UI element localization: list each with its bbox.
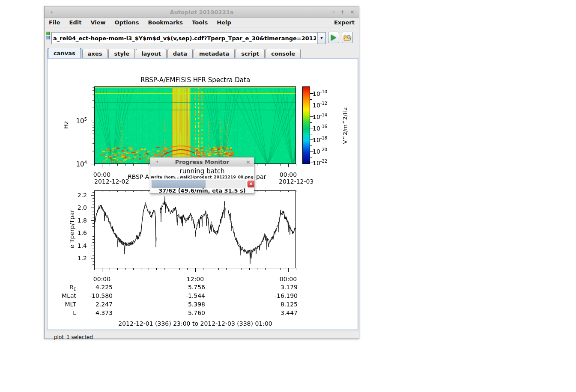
desktop: ▾ Autoplot 20190221a – + × File Edit Vie… (0, 0, 576, 392)
progress-bar (152, 180, 246, 188)
table-row-label: MLat (57, 292, 76, 299)
table-cell: 4.225 (74, 284, 113, 291)
colorbar-tick-label: 10-14 (313, 113, 327, 120)
maximize-icon[interactable]: + (340, 9, 345, 15)
status-message: plot_1 selected (54, 334, 93, 340)
table-cell: 4.373 (74, 309, 113, 316)
table-cell: 5.398 (167, 301, 205, 308)
middle-label-fragment-left: RBSP-A (128, 173, 149, 180)
timeseries-ytick: 1.4 (70, 242, 87, 249)
tab-script[interactable]: script (236, 49, 265, 58)
window-title: Autoplot 20190221a (45, 9, 359, 15)
progress-dialog-titlebar[interactable]: ▾ Progress Monitor × (150, 157, 254, 166)
tab-bar: canvas axes style layout data metadata s… (45, 48, 359, 58)
timeseries-xtick: 00:00 (93, 276, 110, 282)
spectrogram-ytick-1e5: 105 (70, 117, 87, 125)
colorbar-tick-label: 10-20 (313, 147, 327, 155)
menu-tools[interactable]: Tools (192, 19, 208, 26)
menu-file[interactable]: File (49, 19, 60, 26)
timeseries-ytick: 1.6 (70, 229, 87, 236)
spectrogram-xdate-left: 2012-12-02 (94, 178, 129, 185)
datasource-green-icon (46, 32, 50, 35)
menu-help[interactable]: Help (217, 19, 231, 26)
time-range-label: 2012-12-01 (336) 23:00 to 2012-12-03 (33… (118, 320, 272, 327)
timeseries-xtick: 00:00 (280, 276, 297, 282)
folder-magnifier-icon (343, 34, 352, 41)
cancel-button[interactable]: ✕ (248, 181, 254, 187)
tab-style[interactable]: style (108, 49, 135, 58)
menu-bar: File Edit View Options Bookmarks Tools H… (45, 18, 359, 27)
table-cell: -1.544 (167, 292, 205, 299)
progress-stats-label: 37/62 (49.6/min, eta 31.5 s) (150, 187, 254, 194)
progress-dialog-title: Progress Monitor (150, 159, 254, 165)
dialog-close-icon[interactable]: × (246, 159, 251, 165)
table-cell: -16.190 (259, 292, 298, 299)
menu-options[interactable]: Options (115, 19, 139, 26)
colorbar-tick-label: 10-16 (313, 124, 327, 132)
inspect-data-button[interactable] (342, 32, 353, 43)
expert-mode-label[interactable]: Expert (334, 19, 355, 26)
uri-combobox: ▼ (51, 32, 326, 44)
datasource-blue-icon (46, 36, 50, 39)
colorbar-axis-label: V^2/m^2/Hz (342, 107, 348, 144)
spectrogram-title: RBSP-A/EMFISIS HFR Spectra Data (140, 76, 250, 84)
timeseries-ytick: 1.2 (70, 255, 87, 261)
timeseries-xtick: 12:00 (187, 276, 204, 282)
status-bar: plot_1 selected (45, 332, 359, 342)
tab-console[interactable]: console (266, 49, 301, 58)
timeseries-ytick: 2.0 (70, 204, 87, 211)
address-toolbar: ▼ (45, 27, 359, 48)
progress-monitor-dialog: ▾ Progress Monitor × running batch write… (150, 157, 254, 194)
spectrogram-xtick-right: 00:00 (280, 171, 297, 178)
datasource-type-icons (46, 32, 51, 40)
tab-axes[interactable]: axes (82, 49, 108, 58)
tab-data[interactable]: data (167, 49, 193, 58)
progress-detail-label: write /hom...walk3/product_20121219_00.p… (150, 175, 254, 179)
table-cell: 3.447 (259, 309, 298, 316)
tab-metadata[interactable]: metadata (194, 49, 235, 58)
colorbar-tick-label: 10-22 (313, 159, 327, 166)
table-cell: -10.580 (74, 292, 113, 299)
uri-input[interactable] (52, 33, 317, 44)
table-cell: 8.125 (259, 301, 298, 308)
middle-label-fragment-right: par (256, 173, 266, 180)
menu-view[interactable]: View (90, 19, 105, 26)
progress-task-label: running batch (150, 167, 254, 175)
spectrogram-xtick-left: 00:00 (93, 171, 110, 178)
colorbar-tick-label: 10-12 (313, 101, 327, 109)
menu-edit[interactable]: Edit (69, 19, 82, 26)
table-row-label: L (57, 309, 76, 316)
spectrogram-ylabel: Hz (63, 121, 69, 129)
table-cell: 3.179 (259, 284, 298, 291)
close-icon[interactable]: × (350, 9, 355, 15)
colorbar-tick-label: 10-10 (313, 89, 327, 97)
autoplot-window: ▾ Autoplot 20190221a – + × File Edit Vie… (44, 6, 359, 339)
timeseries-ytick: 1.8 (70, 217, 87, 224)
table-cell: 5.760 (167, 309, 205, 316)
table-row-label: MLT (57, 301, 76, 308)
uri-dropdown-button[interactable]: ▼ (317, 33, 325, 44)
menu-bookmarks[interactable]: Bookmarks (148, 19, 183, 26)
table-row-label: RE (57, 284, 76, 292)
plot-canvas-area: RBSP-A/EMFISIS HFR Spectra Data Hz 105 1… (47, 58, 358, 330)
tab-canvas[interactable]: canvas (48, 48, 81, 58)
progress-fill (152, 180, 206, 188)
timeseries-ytick: 2.2 (70, 192, 87, 199)
play-icon (331, 35, 336, 41)
table-cell: 2.247 (74, 301, 113, 308)
colorbar-tick-label: 10-18 (313, 136, 327, 143)
plot-go-button[interactable] (328, 32, 339, 43)
table-cell: 5.756 (167, 284, 205, 291)
spectrogram-ytick-1e4: 104 (70, 160, 87, 168)
tab-layout[interactable]: layout (136, 49, 167, 58)
title-bar[interactable]: ▾ Autoplot 20190221a – + × (45, 6, 359, 18)
spectrogram-xdate-right: 2012-12-03 (279, 178, 313, 185)
minimize-icon[interactable]: – (332, 9, 335, 15)
